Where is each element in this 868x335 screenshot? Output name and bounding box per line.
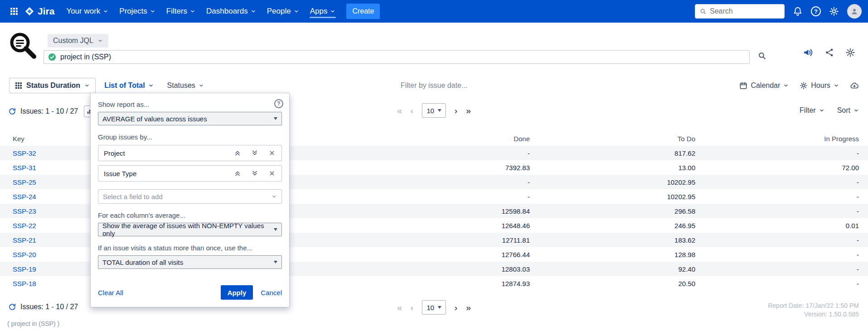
first-page-button[interactable]: « <box>397 106 402 115</box>
cancel-button[interactable]: Cancel <box>261 289 282 297</box>
jira-logo-text: Jira <box>38 6 54 17</box>
filter-dropdown[interactable]: Filter <box>800 106 824 115</box>
report-type-dropdown[interactable]: Status Duration <box>9 78 96 93</box>
nav-item-dashboards[interactable]: Dashboards <box>201 0 262 23</box>
issue-key-link[interactable]: SSP-25 <box>13 178 36 186</box>
apply-button[interactable]: Apply <box>221 285 253 300</box>
report-as-select[interactable]: AVERAGE of values across issues <box>98 112 282 125</box>
chevron-down-icon <box>272 194 277 199</box>
nav-item-projects[interactable]: Projects <box>114 0 160 23</box>
pagination-top: « ‹ 10 › » <box>397 103 471 118</box>
issue-key-cell: SSP-21 <box>13 236 76 244</box>
in-progress-cell: - <box>695 236 859 244</box>
move-to-top-button[interactable] <box>229 167 246 180</box>
cloud-download-icon <box>850 81 859 90</box>
issue-key-link[interactable]: SSP-19 <box>13 265 36 273</box>
hours-icon <box>800 81 808 90</box>
header-key: Key <box>13 135 76 143</box>
in-progress-cell: 0.01 <box>695 222 859 230</box>
done-cell: 12711.81 <box>389 236 530 244</box>
in-progress-cell: - <box>695 207 859 215</box>
main-navigation: Your work Projects Filters Dashboards Pe… <box>61 0 341 23</box>
issue-key-link[interactable]: SSP-20 <box>13 251 36 258</box>
panel-help-button[interactable]: ? <box>274 99 283 108</box>
sort-dropdown[interactable]: Sort <box>837 106 859 115</box>
create-button[interactable]: Create <box>346 4 380 19</box>
refresh-button[interactable] <box>8 107 16 115</box>
feedback-button[interactable] <box>803 47 814 58</box>
add-field-select[interactable]: Select a field to add <box>98 189 282 204</box>
statuses-dropdown[interactable]: Statuses <box>162 78 209 93</box>
jql-note: ( project in (SSP) ) <box>7 320 59 327</box>
jql-search-button[interactable] <box>758 52 766 60</box>
issue-key-link[interactable]: SSP-22 <box>13 222 36 230</box>
view-type-dropdown[interactable]: List of Total <box>99 78 158 93</box>
issue-key-link[interactable]: SSP-21 <box>13 236 36 244</box>
jira-logo[interactable]: Jira <box>24 6 54 17</box>
refresh-button[interactable] <box>8 303 16 311</box>
report-toolbar: Status Duration List of Total Statuses F… <box>0 77 868 94</box>
nav-item-label: Apps <box>310 7 328 16</box>
share-button[interactable] <box>824 48 834 57</box>
settings-button[interactable] <box>829 6 839 16</box>
nav-item-apps[interactable]: Apps <box>305 0 341 23</box>
issue-key-link[interactable]: SSP-24 <box>13 193 36 201</box>
nav-item-people[interactable]: People <box>262 0 305 23</box>
calendar-dropdown[interactable]: Calendar <box>739 81 789 90</box>
notifications-button[interactable] <box>793 6 803 16</box>
first-page-button[interactable]: « <box>397 303 402 312</box>
issue-key-link[interactable]: SSP-23 <box>13 207 36 215</box>
group-field-row: Project <box>98 145 282 161</box>
report-grid-icon <box>15 82 22 89</box>
query-mode-dropdown[interactable]: Custom JQL <box>48 34 108 48</box>
in-progress-cell: - <box>695 193 859 201</box>
page-size-select[interactable]: 10 <box>422 300 446 315</box>
hours-label: Hours <box>811 81 830 90</box>
move-to-bottom-button[interactable] <box>246 146 263 160</box>
report-version: Version: 1.50.0.585 <box>768 310 859 319</box>
prev-page-button[interactable]: ‹ <box>411 303 413 312</box>
global-search[interactable] <box>695 4 785 19</box>
move-to-top-button[interactable] <box>229 146 246 160</box>
user-avatar[interactable] <box>847 4 862 19</box>
global-search-input[interactable] <box>710 7 780 15</box>
last-page-button[interactable]: » <box>466 106 471 115</box>
query-section: Custom JQL <box>0 23 868 78</box>
chevron-down-icon <box>97 38 103 43</box>
to-do-cell: 296.58 <box>530 207 695 215</box>
issues-info: Issues: 1 - 10 / 27 <box>8 105 96 117</box>
to-do-cell: 10202.95 <box>530 193 695 201</box>
revisit-select[interactable]: TOTAL duration of all visits <box>98 255 282 269</box>
select-arrow-icon <box>274 261 277 263</box>
hours-dropdown[interactable]: Hours <box>800 81 839 90</box>
nav-item-your-work[interactable]: Your work <box>61 0 114 23</box>
column-average-select[interactable]: Show the average of issues with NON-EMPT… <box>98 223 282 236</box>
remove-field-button[interactable] <box>263 167 281 180</box>
issue-key-link[interactable]: SSP-32 <box>13 149 36 157</box>
last-page-button[interactable]: » <box>466 303 471 312</box>
done-cell: 12803.03 <box>389 265 530 273</box>
jql-input[interactable] <box>60 53 745 61</box>
report-settings-panel: ? Show report as... AVERAGE of values ac… <box>90 93 290 307</box>
clear-all-button[interactable]: Clear All <box>98 289 123 297</box>
chevron-down-icon <box>330 9 335 14</box>
report-settings-button[interactable] <box>845 48 855 57</box>
remove-field-button[interactable] <box>263 146 281 160</box>
next-page-button[interactable]: › <box>455 106 457 115</box>
report-meta: Report Date: 17/Jan/22 1:50 PM Version: … <box>768 302 859 319</box>
export-button[interactable] <box>850 81 859 90</box>
issue-key-cell: SSP-19 <box>13 265 76 273</box>
prev-page-button[interactable]: ‹ <box>411 106 413 115</box>
app-switcher-button[interactable] <box>6 4 22 19</box>
done-cell: 7392.83 <box>389 164 530 172</box>
help-button[interactable]: ? <box>811 6 821 16</box>
page-size-select[interactable]: 10 <box>422 103 446 118</box>
issue-key-link[interactable]: SSP-31 <box>13 164 36 172</box>
move-to-bottom-button[interactable] <box>246 167 263 180</box>
nav-item-filters[interactable]: Filters <box>161 0 201 23</box>
double-chevron-down-icon <box>251 170 258 177</box>
issue-key-link[interactable]: SSP-18 <box>13 280 36 287</box>
chevron-down-icon <box>819 108 824 113</box>
issue-date-filter-input[interactable]: Filter by issue date... <box>401 81 468 90</box>
next-page-button[interactable]: › <box>455 303 457 312</box>
